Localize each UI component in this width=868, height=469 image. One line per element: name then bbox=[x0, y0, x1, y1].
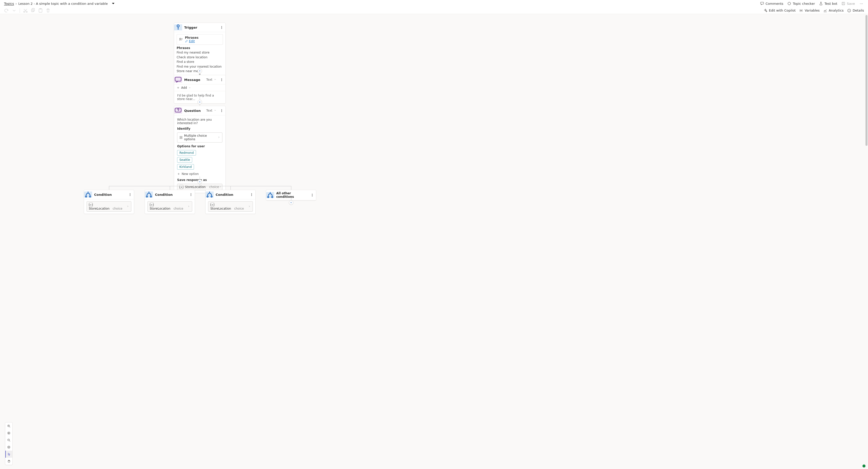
svg-point-11 bbox=[180, 38, 181, 39]
add-node-button[interactable] bbox=[197, 100, 202, 104]
variable-name: StoreLocation bbox=[89, 207, 110, 210]
condition-variable-selector[interactable]: {x} StoreLocation choice bbox=[208, 201, 253, 212]
condition-icon bbox=[145, 192, 153, 198]
save-label: Save bbox=[847, 2, 855, 5]
zoom-in-button[interactable] bbox=[5, 423, 12, 430]
phrases-icon bbox=[179, 37, 183, 41]
message-variant-label[interactable]: Text bbox=[206, 78, 212, 81]
add-node-button[interactable] bbox=[197, 69, 202, 73]
condition-node[interactable]: Condition ⋮ {x} StoreLocation choice bbox=[205, 190, 256, 214]
select-tool-button[interactable] bbox=[5, 451, 12, 458]
svg-point-10 bbox=[177, 25, 179, 27]
svg-rect-7 bbox=[39, 9, 42, 12]
condition-variable-selector[interactable]: {x} StoreLocation choice bbox=[148, 201, 192, 212]
sparkle-icon bbox=[763, 8, 767, 12]
add-node-button[interactable] bbox=[197, 179, 202, 184]
identify-selector[interactable]: Multiple choice options bbox=[177, 132, 222, 142]
comments-button[interactable]: Comments bbox=[760, 1, 783, 5]
question-prompt[interactable]: Which location are you interested in? bbox=[177, 118, 222, 125]
option-chip[interactable]: Redmond bbox=[177, 150, 196, 156]
svg-point-3 bbox=[24, 11, 25, 12]
more-options-button[interactable]: ⋯ bbox=[859, 1, 864, 6]
cut-button[interactable] bbox=[23, 8, 28, 13]
message-add-button[interactable]: Add bbox=[174, 85, 225, 91]
chevron-down-icon[interactable] bbox=[111, 1, 116, 6]
status-indicator bbox=[863, 465, 866, 468]
topic-checker-label: Topic checker bbox=[793, 2, 815, 5]
connector-line bbox=[200, 96, 200, 100]
condition-variable-selector[interactable]: {x} StoreLocation choice bbox=[87, 201, 131, 212]
option-chip[interactable]: Kirkland bbox=[177, 164, 194, 170]
comment-icon bbox=[760, 1, 764, 5]
trigger-more-button[interactable]: ⋮ bbox=[220, 26, 223, 29]
variables-label: Variables bbox=[805, 8, 819, 12]
scrollbar-thumb[interactable] bbox=[866, 15, 868, 146]
trigger-phrases-card[interactable]: Phrases Edit bbox=[177, 34, 223, 45]
svg-point-22 bbox=[207, 196, 208, 197]
new-option-button[interactable]: New option bbox=[177, 172, 222, 176]
copy-button[interactable] bbox=[30, 8, 35, 13]
question-icon bbox=[174, 108, 182, 113]
variables-button[interactable]: Variables bbox=[799, 8, 819, 12]
edit-phrases-link[interactable]: Edit bbox=[189, 39, 195, 43]
details-label: Details bbox=[852, 8, 864, 12]
question-variant-label[interactable]: Text bbox=[206, 109, 212, 112]
connector-line bbox=[200, 65, 200, 69]
connector-line bbox=[291, 186, 291, 190]
delete-button[interactable] bbox=[45, 8, 51, 13]
vertical-scrollbar[interactable] bbox=[865, 14, 868, 469]
svg-rect-2 bbox=[842, 2, 845, 5]
variable-type: choice bbox=[234, 207, 244, 210]
test-bot-button[interactable]: Test bot bbox=[819, 1, 837, 5]
option-chip[interactable]: Seattle bbox=[177, 157, 192, 163]
beaker-icon bbox=[819, 1, 823, 5]
save-icon bbox=[841, 1, 845, 5]
condition-node[interactable]: Condition ⋮ {x} StoreLocation choice bbox=[145, 190, 195, 214]
svg-point-18 bbox=[86, 196, 87, 197]
analytics-button[interactable]: Analytics bbox=[823, 8, 844, 12]
checker-icon bbox=[787, 1, 791, 5]
message-more-button[interactable]: ⋮ bbox=[220, 78, 223, 81]
condition-icon bbox=[266, 192, 274, 198]
add-node-button[interactable] bbox=[289, 200, 293, 205]
svg-point-28 bbox=[8, 433, 9, 434]
chevron-right-icon: › bbox=[16, 2, 17, 5]
analytics-icon bbox=[823, 8, 827, 12]
all-other-conditions-title: All other conditions bbox=[276, 192, 307, 199]
test-bot-label: Test bot bbox=[825, 2, 837, 5]
condition-more-button[interactable]: ⋮ bbox=[189, 193, 193, 196]
condition-node[interactable]: Condition ⋮ {x} StoreLocation choice bbox=[84, 190, 134, 214]
topic-checker-button[interactable]: Topic checker bbox=[787, 1, 815, 5]
chevron-down-icon[interactable] bbox=[214, 78, 216, 81]
message-icon bbox=[174, 77, 182, 83]
hand-tool-button[interactable] bbox=[5, 458, 12, 465]
paste-button[interactable] bbox=[38, 8, 43, 13]
svg-rect-12 bbox=[175, 77, 181, 81]
fit-to-screen-button[interactable] bbox=[5, 430, 12, 437]
trigger-icon bbox=[174, 24, 182, 30]
edit-with-copilot-button[interactable]: Edit with Copilot bbox=[763, 8, 796, 12]
reset-view-button[interactable] bbox=[5, 444, 12, 451]
svg-point-25 bbox=[272, 197, 273, 198]
undo-button[interactable] bbox=[4, 8, 9, 13]
breadcrumb: Topics › Lesson 2 - A simple topic with … bbox=[4, 1, 116, 6]
zoom-out-button[interactable] bbox=[5, 437, 12, 444]
condition-more-button[interactable]: ⋮ bbox=[310, 193, 314, 197]
question-more-button[interactable]: ⋮ bbox=[220, 109, 223, 112]
breadcrumb-root-link[interactable]: Topics bbox=[4, 2, 14, 5]
save-button[interactable]: Save bbox=[841, 1, 855, 5]
details-button[interactable]: Details bbox=[847, 8, 864, 12]
variable-type: choice bbox=[113, 207, 123, 210]
trigger-title: Trigger bbox=[184, 26, 216, 29]
chevron-down-icon[interactable] bbox=[214, 109, 216, 112]
chevron-right-icon bbox=[127, 205, 129, 208]
condition-more-button[interactable]: ⋮ bbox=[128, 193, 132, 196]
authoring-canvas[interactable]: Trigger ⋮ Phrases Edit Phrases Find my n… bbox=[0, 14, 868, 469]
connector-line bbox=[291, 197, 291, 200]
undo-dropdown[interactable] bbox=[11, 8, 17, 13]
svg-point-4 bbox=[26, 11, 27, 12]
variable-name: StoreLocation bbox=[210, 207, 231, 210]
new-option-label: New option bbox=[182, 172, 199, 176]
identify-label: Identify bbox=[177, 127, 222, 130]
condition-more-button[interactable]: ⋮ bbox=[250, 193, 253, 196]
